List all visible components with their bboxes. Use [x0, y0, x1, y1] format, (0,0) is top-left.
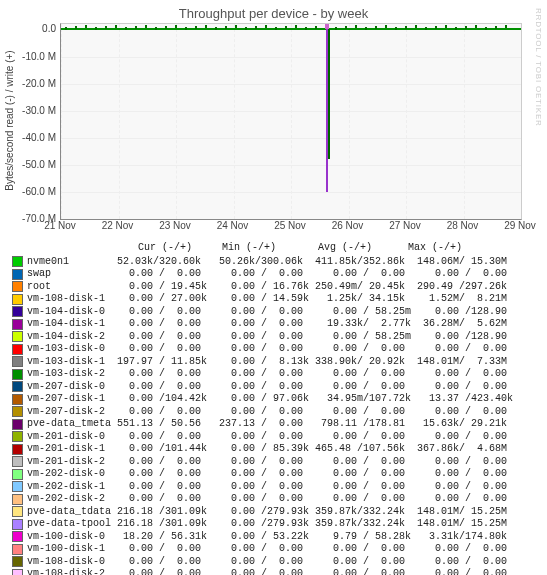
- legend-swatch: [12, 269, 23, 280]
- legend-row: root 0.00 / 19.45k 0.00 / 16.76k 250.49m…: [12, 281, 535, 294]
- legend-row: vm-103-disk-0 0.00 / 0.00 0.00 / 0.00 0.…: [12, 343, 535, 356]
- legend-swatch: [12, 506, 23, 517]
- legend-text: pve-data-tpool 216.18 /301.09k 0.00 /279…: [27, 518, 507, 531]
- legend-text: vm-202-disk-2 0.00 / 0.00 0.00 / 0.00 0.…: [27, 493, 507, 506]
- legend-swatch: [12, 306, 23, 317]
- legend-swatch: [12, 444, 23, 455]
- legend-row: vm-103-disk-1 197.97 / 11.85k 0.00 / 8.1…: [12, 356, 535, 369]
- legend-swatch: [12, 556, 23, 567]
- legend-row: vm-207-disk-1 0.00 /104.42k 0.00 / 97.06…: [12, 393, 535, 406]
- legend-swatch: [12, 356, 23, 367]
- legend-text: vm-202-disk-0 0.00 / 0.00 0.00 / 0.00 0.…: [27, 468, 507, 481]
- y-tick: -40.0 M: [22, 131, 56, 142]
- x-tick: 23 Nov: [159, 220, 191, 231]
- legend-swatch: [12, 419, 23, 430]
- legend-swatch: [12, 319, 23, 330]
- y-tick: -20.0 M: [22, 77, 56, 88]
- legend-swatch: [12, 456, 23, 467]
- legend-row: vm-201-disk-1 0.00 /101.44k 0.00 / 85.39…: [12, 443, 535, 456]
- legend-swatch: [12, 381, 23, 392]
- legend-row: vm-104-disk-2 0.00 / 0.00 0.00 / 0.00 0.…: [12, 331, 535, 344]
- x-tick: 27 Nov: [389, 220, 421, 231]
- legend-row: vm-201-disk-2 0.00 / 0.00 0.00 / 0.00 0.…: [12, 456, 535, 469]
- x-tick: 28 Nov: [447, 220, 479, 231]
- legend-row: vm-100-disk-1 0.00 / 0.00 0.00 / 0.00 0.…: [12, 543, 535, 556]
- legend: Cur (-/+) Min (-/+) Avg (-/+) Max (-/+) …: [12, 242, 535, 575]
- legend-row: vm-201-disk-0 0.00 / 0.00 0.00 / 0.00 0.…: [12, 431, 535, 444]
- legend-row: vm-104-disk-0 0.00 / 0.00 0.00 / 0.00 0.…: [12, 306, 535, 319]
- legend-swatch: [12, 544, 23, 555]
- legend-row: vm-108-disk-0 0.00 / 0.00 0.00 / 0.00 0.…: [12, 556, 535, 569]
- legend-swatch: [12, 256, 23, 267]
- legend-swatch: [12, 331, 23, 342]
- legend-text: pve-data_tdata 216.18 /301.09k 0.00 /279…: [27, 506, 507, 519]
- legend-text: vm-108-disk-2 0.00 / 0.00 0.00 / 0.00 0.…: [27, 568, 507, 575]
- legend-text: swap 0.00 / 0.00 0.00 / 0.00 0.00 / 0.00…: [27, 268, 507, 281]
- y-axis-label: Bytes/second read (-) / write (+): [4, 50, 15, 190]
- legend-row: vm-108-disk-1 0.00 / 27.00k 0.00 / 14.59…: [12, 293, 535, 306]
- y-tick: -10.0 M: [22, 50, 56, 61]
- x-tick: 29 Nov: [504, 220, 536, 231]
- legend-row: vm-100-disk-0 18.20 / 56.31k 0.00 / 53.2…: [12, 531, 535, 544]
- legend-text: vm-104-disk-0 0.00 / 0.00 0.00 / 0.00 0.…: [27, 306, 513, 319]
- legend-swatch: [12, 519, 23, 530]
- x-axis: 21 Nov22 Nov23 Nov24 Nov25 Nov26 Nov27 N…: [60, 220, 520, 236]
- legend-text: vm-201-disk-2 0.00 / 0.00 0.00 / 0.00 0.…: [27, 456, 507, 469]
- legend-row: pve-data_tdata 216.18 /301.09k 0.00 /279…: [12, 506, 535, 519]
- legend-swatch: [12, 369, 23, 380]
- legend-row: vm-103-disk-2 0.00 / 0.00 0.00 / 0.00 0.…: [12, 368, 535, 381]
- legend-row: vm-202-disk-0 0.00 / 0.00 0.00 / 0.00 0.…: [12, 468, 535, 481]
- legend-row: vm-104-disk-1 0.00 / 0.00 0.00 / 0.00 19…: [12, 318, 535, 331]
- legend-text: root 0.00 / 19.45k 0.00 / 16.76k 250.49m…: [27, 281, 507, 294]
- legend-row: nvme0n1 52.03k/320.60k 50.26k/300.06k 41…: [12, 256, 535, 269]
- x-tick: 26 Nov: [332, 220, 364, 231]
- y-tick: -30.0 M: [22, 104, 56, 115]
- x-tick: 24 Nov: [217, 220, 249, 231]
- chart-title: Throughput per device - by week: [0, 0, 547, 23]
- legend-text: vm-100-disk-1 0.00 / 0.00 0.00 / 0.00 0.…: [27, 543, 507, 556]
- legend-swatch: [12, 469, 23, 480]
- y-axis: 0.0-10.0 M-20.0 M-30.0 M-40.0 M-50.0 M-6…: [18, 23, 60, 218]
- legend-row: vm-202-disk-2 0.00 / 0.00 0.00 / 0.00 0.…: [12, 493, 535, 506]
- legend-text: vm-104-disk-1 0.00 / 0.00 0.00 / 0.00 19…: [27, 318, 507, 331]
- legend-row: vm-202-disk-1 0.00 / 0.00 0.00 / 0.00 0.…: [12, 481, 535, 494]
- legend-text: vm-103-disk-0 0.00 / 0.00 0.00 / 0.00 0.…: [27, 343, 507, 356]
- legend-swatch: [12, 569, 23, 575]
- x-tick: 22 Nov: [102, 220, 134, 231]
- legend-row: pve-data_tmeta 551.13 / 50.56 237.13 / 0…: [12, 418, 535, 431]
- legend-row: vm-207-disk-2 0.00 / 0.00 0.00 / 0.00 0.…: [12, 406, 535, 419]
- legend-text: vm-201-disk-0 0.00 / 0.00 0.00 / 0.00 0.…: [27, 431, 507, 444]
- x-tick: 21 Nov: [44, 220, 76, 231]
- x-tick: 25 Nov: [274, 220, 306, 231]
- legend-swatch: [12, 431, 23, 442]
- legend-text: vm-207-disk-1 0.00 /104.42k 0.00 / 97.06…: [27, 393, 513, 406]
- plot-area-wrap: Bytes/second read (-) / write (+) 0.0-10…: [0, 23, 547, 220]
- legend-swatch: [12, 494, 23, 505]
- legend-text: vm-207-disk-0 0.00 / 0.00 0.00 / 0.00 0.…: [27, 381, 507, 394]
- legend-text: vm-108-disk-0 0.00 / 0.00 0.00 / 0.00 0.…: [27, 556, 507, 569]
- legend-row: vm-207-disk-0 0.00 / 0.00 0.00 / 0.00 0.…: [12, 381, 535, 394]
- chart-container: RRDTOOL / TOBI OETIKER Throughput per de…: [0, 0, 547, 575]
- legend-swatch: [12, 406, 23, 417]
- legend-text: vm-108-disk-1 0.00 / 27.00k 0.00 / 14.59…: [27, 293, 507, 306]
- legend-row: swap 0.00 / 0.00 0.00 / 0.00 0.00 / 0.00…: [12, 268, 535, 281]
- y-axis-label-wrap: Bytes/second read (-) / write (+): [0, 23, 18, 218]
- legend-text: vm-201-disk-1 0.00 /101.44k 0.00 / 85.39…: [27, 443, 507, 456]
- legend-row: pve-data-tpool 216.18 /301.09k 0.00 /279…: [12, 518, 535, 531]
- y-tick: 0.0: [42, 23, 56, 34]
- legend-text: vm-103-disk-2 0.00 / 0.00 0.00 / 0.00 0.…: [27, 368, 507, 381]
- watermark-text: RRDTOOL / TOBI OETIKER: [534, 8, 543, 127]
- legend-text: vm-202-disk-1 0.00 / 0.00 0.00 / 0.00 0.…: [27, 481, 507, 494]
- legend-text: vm-100-disk-0 18.20 / 56.31k 0.00 / 53.2…: [27, 531, 507, 544]
- legend-swatch: [12, 531, 23, 542]
- legend-swatch: [12, 481, 23, 492]
- legend-header: Cur (-/+) Min (-/+) Avg (-/+) Max (-/+): [12, 242, 535, 255]
- plot-area: [60, 23, 522, 220]
- legend-swatch: [12, 294, 23, 305]
- legend-text: vm-207-disk-2 0.00 / 0.00 0.00 / 0.00 0.…: [27, 406, 507, 419]
- y-tick: -50.0 M: [22, 158, 56, 169]
- legend-text: nvme0n1 52.03k/320.60k 50.26k/300.06k 41…: [27, 256, 507, 269]
- legend-swatch: [12, 344, 23, 355]
- y-tick: -60.0 M: [22, 185, 56, 196]
- legend-text: vm-104-disk-2 0.00 / 0.00 0.00 / 0.00 0.…: [27, 331, 513, 344]
